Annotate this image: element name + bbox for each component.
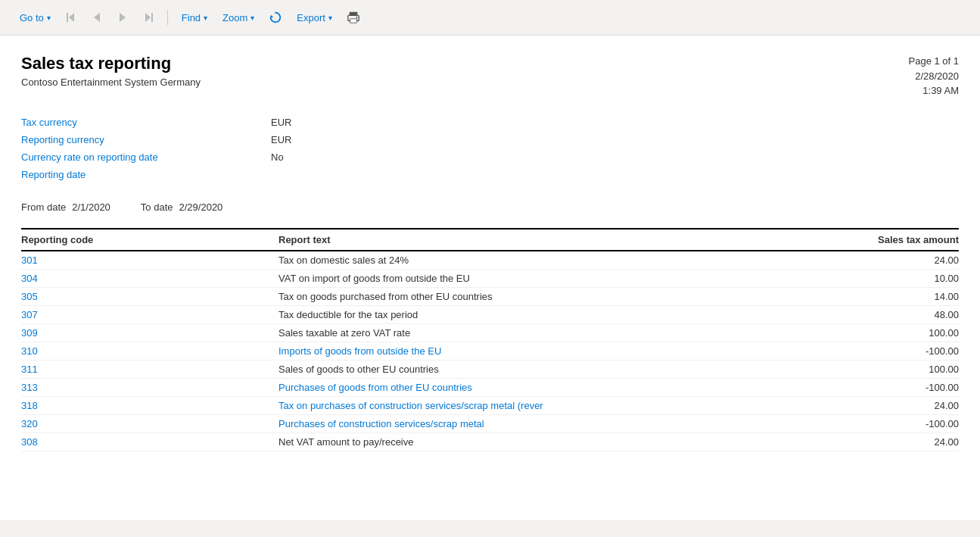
row-code[interactable]: 311 bbox=[21, 364, 278, 375]
row-code[interactable]: 304 bbox=[21, 273, 278, 284]
reporting-currency-value: EUR bbox=[271, 134, 291, 145]
toolbar: Go to ▾ Find ▾ Zoom ▾ bbox=[0, 0, 980, 36]
row-amount: 14.00 bbox=[838, 291, 959, 302]
goto-button[interactable]: Go to ▾ bbox=[15, 9, 55, 27]
print-button[interactable] bbox=[343, 8, 364, 27]
zoom-label: Zoom bbox=[222, 12, 247, 23]
table-row: 308Net VAT amount to pay/receive24.00 bbox=[21, 433, 959, 451]
row-text: Purchases of construction services/scrap… bbox=[278, 418, 838, 429]
row-amount: 24.00 bbox=[838, 436, 959, 448]
from-date-label: From date bbox=[21, 201, 66, 213]
last-page-icon bbox=[142, 11, 154, 23]
report-date: 2/28/2020 bbox=[909, 69, 960, 84]
row-amount: -100.00 bbox=[838, 418, 959, 429]
info-row-currency-rate: Currency rate on reporting date No bbox=[21, 148, 959, 166]
table-row: 310Imports of goods from outside the EU-… bbox=[21, 342, 959, 361]
table-row: 313Purchases of goods from other EU coun… bbox=[21, 379, 959, 397]
row-text: VAT on import of goods from outside the … bbox=[278, 273, 838, 284]
row-text: Tax on goods purchased from other EU cou… bbox=[278, 291, 838, 302]
report-meta: Page 1 of 1 2/28/2020 1:39 AM bbox=[909, 54, 960, 98]
report-title: Sales tax reporting bbox=[21, 54, 201, 73]
next-page-icon bbox=[117, 11, 129, 23]
tax-currency-value: EUR bbox=[271, 117, 291, 128]
svg-marker-6 bbox=[271, 14, 274, 17]
info-row-reporting-date: Reporting date bbox=[21, 166, 959, 183]
last-page-button[interactable] bbox=[138, 8, 158, 27]
row-code[interactable]: 305 bbox=[21, 291, 278, 302]
row-code[interactable]: 309 bbox=[21, 327, 278, 339]
zoom-chevron-icon: ▾ bbox=[250, 14, 254, 22]
separator-1 bbox=[167, 10, 168, 25]
zoom-button[interactable]: Zoom ▾ bbox=[218, 9, 259, 27]
row-code[interactable]: 307 bbox=[21, 309, 278, 320]
row-text: Tax on domestic sales at 24% bbox=[278, 254, 838, 266]
currency-rate-value: No bbox=[271, 151, 284, 163]
find-chevron-icon: ▾ bbox=[204, 14, 207, 22]
refresh-button[interactable] bbox=[265, 8, 286, 27]
svg-rect-9 bbox=[350, 19, 356, 23]
row-code[interactable]: 320 bbox=[21, 418, 278, 429]
svg-rect-0 bbox=[67, 13, 68, 22]
print-icon bbox=[347, 11, 360, 24]
row-amount: 48.00 bbox=[838, 309, 959, 320]
first-page-button[interactable] bbox=[61, 8, 81, 27]
row-text: Tax on purchases of construction service… bbox=[278, 400, 838, 411]
svg-marker-3 bbox=[120, 13, 126, 22]
col-header-amount: Sales tax amount bbox=[838, 234, 959, 245]
goto-chevron-icon: ▾ bbox=[47, 14, 51, 22]
col-header-code: Reporting code bbox=[21, 234, 278, 245]
to-date-item: To date 2/29/2020 bbox=[141, 201, 223, 213]
row-code[interactable]: 301 bbox=[21, 254, 278, 266]
table-row: 318Tax on purchases of construction serv… bbox=[21, 397, 959, 415]
date-section: From date 2/1/2020 To date 2/29/2020 bbox=[21, 189, 959, 228]
row-code[interactable]: 318 bbox=[21, 400, 278, 411]
first-page-icon bbox=[65, 11, 77, 23]
to-date-label: To date bbox=[141, 201, 173, 213]
table-row: 301Tax on domestic sales at 24%24.00 bbox=[21, 251, 959, 270]
row-amount: -100.00 bbox=[838, 345, 959, 357]
report-subtitle: Contoso Entertainment System Germany bbox=[21, 76, 201, 88]
from-date-value: 2/1/2020 bbox=[72, 201, 110, 213]
row-text: Tax deductible for the tax period bbox=[278, 309, 838, 320]
export-label: Export bbox=[297, 12, 325, 23]
export-button[interactable]: Export ▾ bbox=[292, 9, 337, 27]
row-amount: -100.00 bbox=[838, 382, 959, 393]
row-text: Sales of goods to other EU countries bbox=[278, 364, 838, 375]
svg-rect-10 bbox=[356, 17, 358, 18]
report-content: Sales tax reporting Contoso Entertainmen… bbox=[0, 36, 980, 520]
svg-marker-1 bbox=[69, 13, 74, 22]
row-code[interactable]: 313 bbox=[21, 382, 278, 393]
table-row: 309Sales taxable at zero VAT rate100.00 bbox=[21, 324, 959, 342]
table-row: 320Purchases of construction services/sc… bbox=[21, 415, 959, 433]
svg-marker-2 bbox=[94, 13, 100, 22]
row-amount: 24.00 bbox=[838, 400, 959, 411]
reporting-currency-label: Reporting currency bbox=[21, 134, 271, 145]
row-text: Imports of goods from outside the EU bbox=[278, 345, 838, 357]
table-row: 305Tax on goods purchased from other EU … bbox=[21, 288, 959, 306]
col-header-text: Report text bbox=[278, 234, 838, 245]
row-amount: 100.00 bbox=[838, 364, 959, 375]
info-section: Tax currency EUR Reporting currency EUR … bbox=[21, 114, 959, 183]
row-code[interactable]: 308 bbox=[21, 436, 278, 448]
table-header: Reporting code Report text Sales tax amo… bbox=[21, 228, 959, 251]
currency-rate-label: Currency rate on reporting date bbox=[21, 151, 271, 163]
row-amount: 10.00 bbox=[838, 273, 959, 284]
refresh-icon bbox=[269, 11, 282, 24]
goto-label: Go to bbox=[20, 12, 44, 23]
next-page-button[interactable] bbox=[113, 8, 132, 27]
row-text: Sales taxable at zero VAT rate bbox=[278, 327, 838, 339]
table-row: 307Tax deductible for the tax period48.0… bbox=[21, 306, 959, 324]
find-button[interactable]: Find ▾ bbox=[177, 9, 212, 27]
info-row-tax-currency: Tax currency EUR bbox=[21, 114, 959, 131]
table-body: 301Tax on domestic sales at 24%24.00304V… bbox=[21, 251, 959, 451]
report-title-block: Sales tax reporting Contoso Entertainmen… bbox=[21, 54, 201, 88]
row-amount: 24.00 bbox=[838, 254, 959, 266]
to-date-value: 2/29/2020 bbox=[179, 201, 223, 213]
table-row: 304VAT on import of goods from outside t… bbox=[21, 270, 959, 288]
export-chevron-icon: ▾ bbox=[328, 14, 332, 22]
row-code[interactable]: 310 bbox=[21, 345, 278, 357]
report-header: Sales tax reporting Contoso Entertainmen… bbox=[21, 54, 959, 98]
info-row-reporting-currency: Reporting currency EUR bbox=[21, 131, 959, 148]
prev-page-button[interactable] bbox=[87, 8, 107, 27]
svg-rect-4 bbox=[151, 13, 153, 22]
